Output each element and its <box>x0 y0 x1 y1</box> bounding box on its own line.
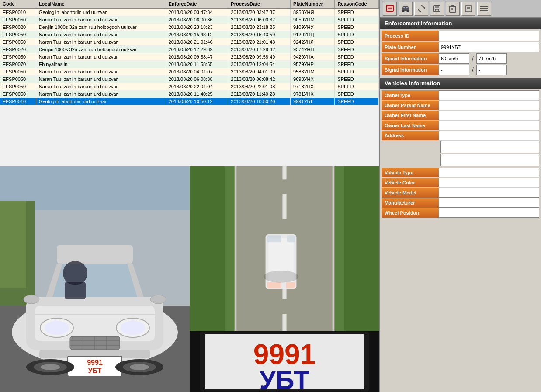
signal-value1-input[interactable] <box>439 65 469 75</box>
owner-type-row: OwnerType <box>382 90 539 100</box>
table-cell-enforcedate: 2013/08/20 22:01:04 <box>166 83 228 90</box>
speed-actual-input[interactable] <box>476 53 507 64</box>
table-cell-reasoncode: SPEED <box>335 16 379 24</box>
table-row[interactable]: EFSP0050Naran Tuul zahiin baruun urd uul… <box>0 68 379 76</box>
table-cell-enforcedate: 2013/08/20 11:40:25 <box>166 90 228 98</box>
table-cell-processdate: 2013/08/20 06:08:42 <box>228 76 291 83</box>
edit-button[interactable] <box>461 2 475 16</box>
save-button[interactable] <box>430 2 444 16</box>
table-cell-localname: Denjiin 1000s 32n zam ruu holbogdoh uulz… <box>36 46 166 53</box>
owner-last-name-input[interactable] <box>439 121 539 130</box>
table-cell-reasoncode: SPEED <box>335 31 379 38</box>
table-cell-localname: Naran Tuul zahiin baruun urd uulzvar <box>36 68 166 76</box>
table-cell-localname: Naran Tuul zahiin baruun urd uulzvar <box>36 38 166 46</box>
manufacturer-input[interactable] <box>439 198 539 208</box>
svg-rect-49 <box>333 166 335 331</box>
owner-last-name-label: Owner Last Name <box>382 121 439 130</box>
table-row[interactable]: EFSP0050Naran Tuul zahiin baruun urd uul… <box>0 31 379 38</box>
svg-rect-69 <box>403 7 405 8</box>
owner-type-input[interactable] <box>439 90 539 100</box>
refresh-button[interactable] <box>414 2 428 16</box>
table-row[interactable]: EFSP0050Naran Tuul zahiin baruun urd uul… <box>0 38 379 46</box>
main-container: Code LocalName EnforceDate ProcessDate P… <box>0 0 541 392</box>
car-front-view: 9991 УБТ <box>0 166 190 392</box>
wheel-position-input[interactable] <box>439 208 539 218</box>
vehicle-color-input[interactable] <box>439 178 539 187</box>
export-button[interactable] <box>383 2 397 16</box>
table-row[interactable]: EFSP0010Geologiin labortoriin urd uulzva… <box>0 8 379 16</box>
table-cell-enforcedate: 2013/08/20 15:43:12 <box>166 31 228 38</box>
vehicles-section-header: Vehicles Information <box>380 78 541 89</box>
table-row[interactable]: EFSP0050Naran Tuul zahiin baruun urd uul… <box>0 90 379 98</box>
table-container[interactable]: Code LocalName EnforceDate ProcessDate P… <box>0 0 379 166</box>
process-id-label: Process ID <box>382 31 439 41</box>
table-cell-processdate: 2013/08/20 23:18:25 <box>228 24 291 31</box>
table-cell-processdate: 2013/08/20 09:58:49 <box>228 53 291 61</box>
process-id-input[interactable] <box>439 31 539 41</box>
speed-inputs-container: / <box>439 53 539 64</box>
svg-rect-47 <box>282 314 286 331</box>
signal-inputs-container: / <box>439 65 539 75</box>
wheel-position-row: Wheel Position <box>382 208 539 218</box>
table-cell-platenumber: 9991УБТ <box>291 98 335 105</box>
svg-point-28 <box>150 295 166 304</box>
owner-parent-name-row: Owner Parent Name <box>382 101 539 110</box>
svg-rect-39 <box>190 166 225 331</box>
table-row[interactable]: EFSP0050Naran Tuul zahiin baruun urd uul… <box>0 83 379 90</box>
owner-parent-name-input[interactable] <box>439 101 539 110</box>
vehicle-type-input[interactable] <box>439 168 539 177</box>
car-button[interactable] <box>399 2 413 16</box>
table-cell-processdate: 2013/08/20 04:01:09 <box>228 68 291 76</box>
signal-value2-input[interactable] <box>476 65 507 75</box>
table-cell-code: EFSP0050 <box>0 38 36 46</box>
table-cell-code: EFSP0050 <box>0 31 36 38</box>
delete-button[interactable] <box>446 2 460 16</box>
table-row[interactable]: EFSP0010Geologiin labortoriin urd uulzva… <box>0 98 379 105</box>
address-input[interactable] <box>439 131 539 140</box>
col-header-localname[interactable]: LocalName <box>36 0 166 8</box>
col-header-processdate[interactable]: ProcessDate <box>228 0 291 8</box>
table-cell-enforcedate: 2013/08/20 06:08:38 <box>166 76 228 83</box>
col-header-code[interactable]: Code <box>0 0 36 8</box>
table-cell-enforcedate: 2013/08/20 17:29:39 <box>166 46 228 53</box>
vehicle-model-input[interactable] <box>439 188 539 198</box>
table-cell-platenumber: 9693УНХ <box>291 76 335 83</box>
table-row[interactable]: EFSP0050Naran Tuul zahiin baruun urd uul… <box>0 16 379 24</box>
table-cell-processdate: 2013/08/20 11:40:28 <box>228 90 291 98</box>
table-row[interactable]: EFSP0020Denjiin 1000s 32n zam ruu holbog… <box>0 46 379 53</box>
svg-rect-43 <box>282 166 286 179</box>
vehicle-model-row: Vehicle Model <box>382 188 539 198</box>
table-cell-enforcedate: 2013/08/20 03:47:34 <box>166 8 228 16</box>
table-cell-code: EFSP0020 <box>0 46 36 53</box>
svg-rect-4 <box>0 201 26 288</box>
plate-number-input[interactable] <box>439 42 539 52</box>
svg-marker-71 <box>423 7 425 9</box>
speed-limit-input[interactable] <box>439 53 469 64</box>
table-cell-reasoncode: SPEED <box>335 98 379 105</box>
table-cell-localname: Geologiin labortoriin urd uulzvar <box>36 8 166 16</box>
owner-parent-name-label: Owner Parent Name <box>382 101 439 110</box>
col-header-reasoncode[interactable]: ReasonCode <box>335 0 379 8</box>
table-body: EFSP0010Geologiin labortoriin urd uulzva… <box>0 8 379 105</box>
plate-number-row: Plate Number <box>382 42 539 52</box>
table-row[interactable]: EFSP0020Denjiin 1000s 32n zam ruu holbog… <box>0 24 379 31</box>
wheel-position-label: Wheel Position <box>382 208 439 218</box>
owner-first-name-input[interactable] <box>439 111 539 120</box>
vehicle-model-label: Vehicle Model <box>382 188 439 198</box>
table-row[interactable]: EFSP0050Naran Tuul zahiin baruun urd uul… <box>0 53 379 61</box>
table-cell-code: EFSP0050 <box>0 68 36 76</box>
table-cell-code: EFSP0050 <box>0 76 36 83</box>
data-table: Code LocalName EnforceDate ProcessDate P… <box>0 0 379 105</box>
svg-point-56 <box>264 271 298 282</box>
svg-marker-72 <box>417 9 419 10</box>
table-cell-localname: Naran Tuul zahiin baruun urd uulzvar <box>36 90 166 98</box>
col-header-enforcedate[interactable]: EnforceDate <box>166 0 228 8</box>
svg-point-14 <box>45 321 69 335</box>
table-row[interactable]: EFSP0070Eh nyalhasiin2013/08/20 11:58:55… <box>0 61 379 68</box>
col-header-platenumber[interactable]: PlateNumber <box>291 0 335 8</box>
table-cell-platenumber: 9109УНУ <box>291 24 335 31</box>
menu-button[interactable] <box>477 2 491 16</box>
table-row[interactable]: EFSP0050Naran Tuul zahiin baruun urd uul… <box>0 76 379 83</box>
svg-point-34 <box>130 364 149 370</box>
svg-text:УБТ: УБТ <box>88 367 102 375</box>
